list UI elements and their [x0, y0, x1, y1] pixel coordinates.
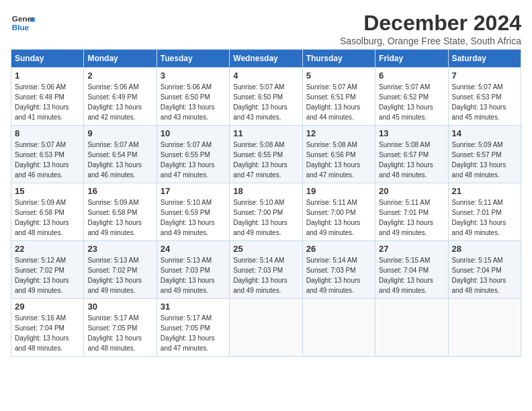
day-info: Sunrise: 5:15 AM Sunset: 7:04 PM Dayligh… [379, 255, 444, 295]
day-number: 19 [306, 186, 371, 196]
day-number: 27 [379, 244, 444, 254]
daylight-text: Daylight: 13 hours and 49 minutes. [161, 277, 215, 294]
sunset-text: Sunset: 6:49 PM [87, 93, 137, 101]
sunrise-text: Sunrise: 5:13 AM [87, 257, 138, 264]
table-row [448, 299, 521, 357]
table-row: 27 Sunrise: 5:15 AM Sunset: 7:04 PM Dayl… [375, 241, 448, 299]
sunset-text: Sunset: 6:48 PM [15, 93, 64, 101]
day-number: 29 [15, 302, 80, 312]
sunset-text: Sunset: 6:58 PM [87, 209, 137, 216]
table-row [230, 299, 302, 357]
sunset-text: Sunset: 7:00 PM [306, 209, 356, 216]
daylight-text: Daylight: 13 hours and 49 minutes. [233, 277, 287, 294]
daylight-text: Daylight: 13 hours and 49 minutes. [161, 219, 215, 236]
calendar-week-row: 15 Sunrise: 5:09 AM Sunset: 6:58 PM Dayl… [11, 183, 521, 241]
day-number: 25 [233, 244, 298, 254]
table-row: 11 Sunrise: 5:08 AM Sunset: 6:55 PM Dayl… [230, 126, 302, 183]
table-row: 3 Sunrise: 5:06 AM Sunset: 6:50 PM Dayli… [157, 68, 229, 126]
sunset-text: Sunset: 6:53 PM [452, 93, 502, 101]
day-number: 13 [379, 128, 444, 138]
daylight-text: Daylight: 13 hours and 49 minutes. [306, 219, 361, 236]
col-saturday: Saturday [448, 50, 521, 68]
day-number: 3 [161, 71, 226, 81]
daylight-text: Daylight: 13 hours and 47 minutes. [306, 161, 361, 179]
daylight-text: Daylight: 13 hours and 46 minutes. [87, 161, 142, 179]
day-number: 23 [87, 244, 152, 254]
title-block: December 2024 Sasolburg, Orange Free Sta… [340, 11, 521, 46]
day-number: 21 [452, 186, 517, 196]
sunset-text: Sunset: 7:02 PM [87, 267, 137, 274]
daylight-text: Daylight: 13 hours and 49 minutes. [87, 277, 142, 294]
day-info: Sunrise: 5:17 AM Sunset: 7:05 PM Dayligh… [161, 313, 226, 353]
day-info: Sunrise: 5:07 AM Sunset: 6:53 PM Dayligh… [452, 82, 517, 122]
sunrise-text: Sunrise: 5:11 AM [452, 199, 503, 206]
col-sunday: Sunday [11, 50, 84, 68]
day-info: Sunrise: 5:17 AM Sunset: 7:05 PM Dayligh… [87, 313, 152, 353]
svg-text:Blue: Blue [12, 23, 30, 32]
sunset-text: Sunset: 7:02 PM [15, 267, 64, 274]
table-row: 12 Sunrise: 5:08 AM Sunset: 6:56 PM Dayl… [302, 126, 375, 183]
sunset-text: Sunset: 7:00 PM [233, 209, 283, 216]
daylight-text: Daylight: 13 hours and 49 minutes. [233, 219, 287, 236]
day-info: Sunrise: 5:08 AM Sunset: 6:57 PM Dayligh… [379, 140, 444, 180]
daylight-text: Daylight: 13 hours and 43 minutes. [161, 103, 215, 121]
day-number: 5 [306, 71, 371, 81]
day-info: Sunrise: 5:14 AM Sunset: 7:03 PM Dayligh… [306, 255, 371, 295]
sunset-text: Sunset: 6:54 PM [87, 151, 137, 158]
sunset-text: Sunset: 7:01 PM [379, 209, 429, 216]
table-row: 24 Sunrise: 5:13 AM Sunset: 7:03 PM Dayl… [157, 241, 229, 299]
day-number: 24 [161, 244, 226, 254]
daylight-text: Daylight: 13 hours and 41 minutes. [15, 103, 69, 121]
daylight-text: Daylight: 13 hours and 49 minutes. [379, 219, 433, 236]
table-row: 26 Sunrise: 5:14 AM Sunset: 7:03 PM Dayl… [302, 241, 375, 299]
table-row: 17 Sunrise: 5:10 AM Sunset: 6:59 PM Dayl… [157, 183, 229, 241]
day-info: Sunrise: 5:06 AM Sunset: 6:49 PM Dayligh… [87, 82, 152, 122]
sunset-text: Sunset: 7:03 PM [306, 267, 356, 274]
sunset-text: Sunset: 7:03 PM [161, 267, 210, 274]
month-title: December 2024 [340, 11, 521, 36]
table-row: 8 Sunrise: 5:07 AM Sunset: 6:53 PM Dayli… [11, 126, 84, 183]
daylight-text: Daylight: 13 hours and 49 minutes. [306, 277, 361, 294]
sunrise-text: Sunrise: 5:14 AM [233, 257, 284, 264]
sunrise-text: Sunrise: 5:07 AM [379, 83, 430, 91]
sunset-text: Sunset: 7:01 PM [452, 209, 502, 216]
day-number: 31 [161, 302, 226, 312]
day-info: Sunrise: 5:14 AM Sunset: 7:03 PM Dayligh… [233, 255, 298, 295]
table-row: 19 Sunrise: 5:11 AM Sunset: 7:00 PM Dayl… [302, 183, 375, 241]
day-info: Sunrise: 5:07 AM Sunset: 6:53 PM Dayligh… [15, 140, 80, 180]
day-info: Sunrise: 5:07 AM Sunset: 6:54 PM Dayligh… [87, 140, 152, 180]
day-info: Sunrise: 5:09 AM Sunset: 6:58 PM Dayligh… [87, 197, 152, 238]
day-info: Sunrise: 5:11 AM Sunset: 7:00 PM Dayligh… [306, 197, 371, 238]
table-row: 16 Sunrise: 5:09 AM Sunset: 6:58 PM Dayl… [84, 183, 157, 241]
day-info: Sunrise: 5:08 AM Sunset: 6:56 PM Dayligh… [306, 140, 371, 180]
logo: General Blue [11, 11, 35, 35]
daylight-text: Daylight: 13 hours and 48 minutes. [15, 219, 69, 236]
daylight-text: Daylight: 13 hours and 49 minutes. [452, 219, 506, 236]
table-row: 14 Sunrise: 5:09 AM Sunset: 6:57 PM Dayl… [448, 126, 521, 183]
daylight-text: Daylight: 13 hours and 48 minutes. [87, 334, 142, 352]
day-info: Sunrise: 5:09 AM Sunset: 6:58 PM Dayligh… [15, 197, 80, 238]
sunset-text: Sunset: 6:57 PM [379, 151, 429, 158]
daylight-text: Daylight: 13 hours and 48 minutes. [452, 161, 506, 179]
day-info: Sunrise: 5:13 AM Sunset: 7:02 PM Dayligh… [87, 255, 152, 295]
table-row: 28 Sunrise: 5:15 AM Sunset: 7:04 PM Dayl… [448, 241, 521, 299]
sunrise-text: Sunrise: 5:07 AM [15, 141, 66, 148]
sunrise-text: Sunrise: 5:07 AM [233, 83, 284, 91]
day-info: Sunrise: 5:13 AM Sunset: 7:03 PM Dayligh… [161, 255, 226, 295]
day-info: Sunrise: 5:07 AM Sunset: 6:55 PM Dayligh… [161, 140, 226, 180]
day-info: Sunrise: 5:07 AM Sunset: 6:52 PM Dayligh… [379, 82, 444, 122]
sunrise-text: Sunrise: 5:07 AM [306, 83, 357, 91]
day-number: 22 [15, 244, 80, 254]
table-row: 1 Sunrise: 5:06 AM Sunset: 6:48 PM Dayli… [11, 68, 84, 126]
sunrise-text: Sunrise: 5:09 AM [87, 199, 138, 206]
sunrise-text: Sunrise: 5:09 AM [452, 141, 503, 148]
daylight-text: Daylight: 13 hours and 49 minutes. [87, 219, 142, 236]
day-number: 12 [306, 128, 371, 138]
logo-icon: General Blue [11, 11, 35, 35]
sunset-text: Sunset: 6:59 PM [161, 209, 210, 216]
day-number: 17 [161, 186, 226, 196]
table-row: 10 Sunrise: 5:07 AM Sunset: 6:55 PM Dayl… [157, 126, 229, 183]
table-row: 6 Sunrise: 5:07 AM Sunset: 6:52 PM Dayli… [375, 68, 448, 126]
sunrise-text: Sunrise: 5:06 AM [15, 83, 66, 91]
table-row: 5 Sunrise: 5:07 AM Sunset: 6:51 PM Dayli… [302, 68, 375, 126]
